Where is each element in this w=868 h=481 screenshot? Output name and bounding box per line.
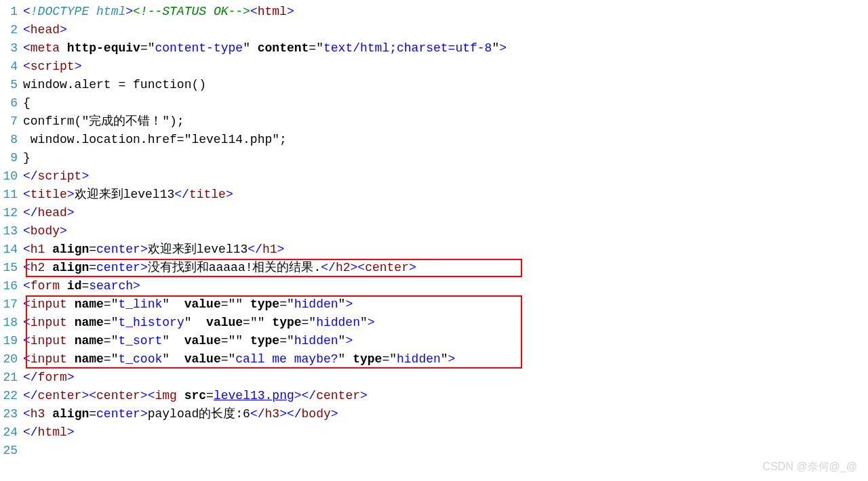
code-line[interactable]: 20<input name="t_cook" value="call me ma… xyxy=(0,350,868,369)
line-number: 23 xyxy=(0,405,23,423)
watermark-text: CSDN @奈何@_@ xyxy=(763,460,857,463)
line-number: 22 xyxy=(0,387,23,405)
code-content[interactable]: </center><center><img src=level13.png></… xyxy=(23,387,868,405)
code-line[interactable]: 12</head> xyxy=(0,204,868,222)
code-content[interactable]: <input name="t_cook" value="call me mayb… xyxy=(23,350,868,369)
code-line[interactable]: 21</form> xyxy=(0,369,868,387)
code-content[interactable]: </html> xyxy=(23,423,868,442)
code-content[interactable]: window.alert = function() xyxy=(23,76,868,94)
code-content[interactable]: <input name="t_sort" value="" type="hidd… xyxy=(23,332,868,350)
code-line[interactable]: 25 xyxy=(0,442,868,460)
line-number: 12 xyxy=(0,204,23,222)
line-number: 13 xyxy=(0,222,23,240)
code-content[interactable]: <body> xyxy=(23,222,868,240)
code-content[interactable]: <h3 align=center>payload的长度:6</h3></body… xyxy=(23,405,868,423)
line-number: 11 xyxy=(0,186,23,204)
line-number: 10 xyxy=(0,167,23,186)
code-line[interactable]: 11<title>欢迎来到level13</title> xyxy=(0,186,868,204)
code-content[interactable]: } xyxy=(23,149,868,167)
code-line[interactable]: 2<head> xyxy=(0,21,868,39)
line-number: 16 xyxy=(0,277,23,295)
code-line[interactable]: 8 window.location.href="level14.php"; xyxy=(0,131,868,149)
code-line[interactable]: 3<meta http-equiv="content-type" content… xyxy=(0,39,868,58)
code-line[interactable]: 6{ xyxy=(0,94,868,112)
line-number: 6 xyxy=(0,94,23,112)
line-number: 14 xyxy=(0,240,23,259)
line-number: 18 xyxy=(0,314,23,332)
code-content[interactable]: </script> xyxy=(23,167,868,186)
line-number: 25 xyxy=(0,442,23,460)
code-content[interactable]: </form> xyxy=(23,369,868,387)
code-line[interactable]: 9} xyxy=(0,149,868,167)
code-line[interactable]: 14<h1 align=center>欢迎来到level13</h1> xyxy=(0,240,868,259)
code-line[interactable]: 22</center><center><img src=level13.png>… xyxy=(0,387,868,405)
source-code-editor[interactable]: 1<!DOCTYPE html><!--STATUS OK--><html>2<… xyxy=(0,0,868,463)
line-number: 8 xyxy=(0,131,23,149)
line-number: 9 xyxy=(0,149,23,167)
code-line[interactable]: 15<h2 align=center>没有找到和aaaaa!相关的结果.</h2… xyxy=(0,259,868,277)
code-line[interactable]: 24</html> xyxy=(0,423,868,442)
line-number: 5 xyxy=(0,76,23,94)
code-line[interactable]: 4<script> xyxy=(0,58,868,76)
code-line[interactable]: 18<input name="t_history" value="" type=… xyxy=(0,314,868,332)
line-number: 1 xyxy=(0,3,23,21)
line-number: 24 xyxy=(0,423,23,442)
code-line[interactable]: 17<input name="t_link" value="" type="hi… xyxy=(0,295,868,314)
code-content[interactable]: <form id=search> xyxy=(23,277,868,295)
code-line[interactable]: 1<!DOCTYPE html><!--STATUS OK--><html> xyxy=(0,3,868,21)
code-content[interactable]: <input name="t_link" value="" type="hidd… xyxy=(23,295,868,314)
line-number: 15 xyxy=(0,259,23,277)
line-number: 4 xyxy=(0,58,23,76)
line-number: 20 xyxy=(0,350,23,369)
code-content[interactable]: <title>欢迎来到level13</title> xyxy=(23,186,868,204)
code-line[interactable]: 10</script> xyxy=(0,167,868,186)
code-line[interactable]: 19<input name="t_sort" value="" type="hi… xyxy=(0,332,868,350)
code-line[interactable]: 7confirm("完成的不错！"); xyxy=(0,112,868,131)
code-line[interactable]: 16<form id=search> xyxy=(0,277,868,295)
code-content[interactable]: <!DOCTYPE html><!--STATUS OK--><html> xyxy=(23,3,868,21)
code-content[interactable]: </head> xyxy=(23,204,868,222)
code-line[interactable]: 13<body> xyxy=(0,222,868,240)
line-number: 17 xyxy=(0,295,23,314)
code-content[interactable]: <script> xyxy=(23,58,868,76)
line-number: 19 xyxy=(0,332,23,350)
line-number: 3 xyxy=(0,39,23,58)
line-number: 21 xyxy=(0,369,23,387)
line-number: 7 xyxy=(0,112,23,131)
code-line[interactable]: 23<h3 align=center>payload的长度:6</h3></bo… xyxy=(0,405,868,423)
code-content[interactable]: <input name="t_history" value="" type="h… xyxy=(23,314,868,332)
code-content[interactable]: { xyxy=(23,94,868,112)
line-number: 2 xyxy=(0,21,23,39)
code-content[interactable]: <h2 align=center>没有找到和aaaaa!相关的结果.</h2><… xyxy=(23,259,868,277)
code-content[interactable]: <h1 align=center>欢迎来到level13</h1> xyxy=(23,240,868,259)
code-content[interactable]: window.location.href="level14.php"; xyxy=(23,131,868,149)
code-content[interactable]: confirm("完成的不错！"); xyxy=(23,112,868,131)
code-line[interactable]: 5window.alert = function() xyxy=(0,76,868,94)
code-content[interactable]: <head> xyxy=(23,21,868,39)
code-content[interactable]: <meta http-equiv="content-type" content=… xyxy=(23,39,868,58)
